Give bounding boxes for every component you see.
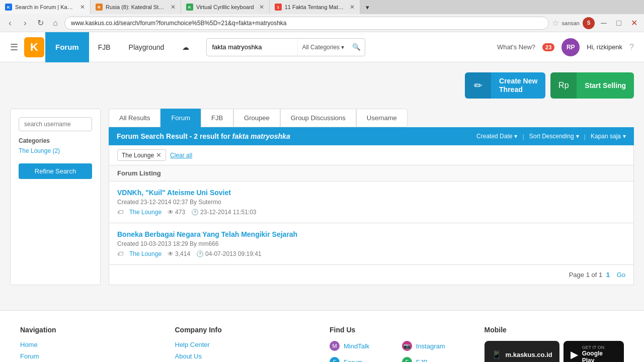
bookmark-icon[interactable]: ☆ [552, 18, 559, 28]
footer-findus-title: Find Us [330, 326, 469, 334]
app-buttons: 📱 m.kaskus.co.id ▶ GET IT ON Google Play… [485, 341, 624, 362]
left-panel: Categories The Lounge (2) Refine Search [10, 109, 101, 285]
playground-nav-link[interactable]: Playground [120, 32, 174, 62]
tab-fakta[interactable]: 1 11 Fakta Tentang Matryos... ✕ [270, 0, 360, 14]
address-input[interactable] [64, 17, 549, 30]
forum-result-item-2: Boneka Berbagai Negara Yang Telah Mengik… [109, 223, 634, 265]
footer-navigation-col: Navigation Home Forum Jual Beli Groupee … [20, 326, 160, 362]
search-input[interactable] [207, 43, 297, 51]
tab-close-fakta[interactable]: ✕ [350, 4, 355, 11]
profile-icon[interactable]: S [583, 17, 595, 29]
minimize-button[interactable]: ─ [598, 17, 610, 29]
fjb-nav-link[interactable]: FJB [89, 32, 120, 62]
eye-icon-2: 👁 [168, 250, 174, 257]
social-link-instagram[interactable]: 📷 Instagram [402, 341, 469, 351]
control-separator-2: | [584, 133, 586, 140]
clear-all-link[interactable]: Clear all [170, 152, 192, 159]
header-right: What's New? 23 RP Hi, rizkipenk ? [497, 38, 634, 56]
tab-expand[interactable]: ▾ [360, 0, 375, 14]
tag-icon-1: 🏷 [117, 209, 123, 216]
footer-link-aboutus[interactable]: About Us [175, 352, 315, 360]
app-row-1: 📱 m.kaskus.co.id ▶ GET IT ON Google Play [485, 341, 624, 362]
search-tabs: All Results Forum FJB Groupee Group Disc… [109, 109, 634, 127]
filter-tags: The Lounge ✕ Clear all [109, 145, 634, 165]
result-tag-lounge-1[interactable]: The Lounge [129, 209, 162, 216]
sort-created-date-button[interactable]: Created Date ▾ [476, 133, 517, 140]
footer: Navigation Home Forum Jual Beli Groupee … [0, 310, 644, 362]
tag-icon-2: 🏷 [117, 250, 123, 257]
go-link[interactable]: Go [617, 271, 625, 279]
forward-button[interactable]: › [19, 17, 31, 29]
tab-username[interactable]: Username [356, 109, 408, 127]
result-meta-1: Created 23-12-2014 02:37 By Sutermo [117, 199, 625, 206]
forum-listing-title: Forum Listing [117, 169, 161, 177]
home-button[interactable]: ⌂ [49, 17, 61, 29]
result-title-1[interactable]: VDNKh, "Kuil" Ateisme Uni Soviet [117, 189, 625, 197]
social-link-forum[interactable]: F Forum [330, 357, 397, 362]
notification-badge[interactable]: 23 [542, 43, 554, 51]
footer-link-forum[interactable]: Forum [20, 352, 160, 360]
reload-button[interactable]: ↻ [34, 17, 46, 29]
result-tag-lounge-2[interactable]: The Lounge [129, 250, 162, 257]
cloud-nav-link[interactable]: ☁ [173, 32, 198, 62]
maximize-button[interactable]: □ [613, 17, 625, 29]
back-button[interactable]: ‹ [4, 17, 16, 29]
forum-result-item-1: VDNKh, "Kuil" Ateisme Uni Soviet Created… [109, 182, 634, 223]
social-link-fjb[interactable]: F FJB [402, 357, 469, 362]
right-panel: All Results Forum FJB Groupee Group Disc… [109, 109, 634, 285]
tab-rusia[interactable]: R Rusia (8): Katedral St.Basi... ✕ [91, 0, 181, 14]
social-label-fjb: FJB [416, 358, 428, 363]
filter-tag-close-icon[interactable]: ✕ [156, 151, 162, 159]
forum-nav-button[interactable]: Forum [45, 32, 89, 62]
mobile-site-button[interactable]: 📱 m.kaskus.co.id [485, 341, 559, 362]
tab-close-keyboard[interactable]: ✕ [259, 4, 264, 11]
create-thread-button[interactable]: ✏ Create NewThread [465, 72, 545, 99]
tab-forum[interactable]: Forum [160, 109, 201, 127]
user-greeting[interactable]: Hi, rizkipenk [587, 43, 622, 51]
page-num-link[interactable]: 1 [606, 271, 610, 279]
clock-icon-2: 🕐 [196, 250, 204, 257]
googleplay-text: GET IT ON Google Play [582, 345, 617, 362]
tab-keyboard[interactable]: K Virtual Cyrillic keyboard ✕ [181, 0, 270, 14]
tab-favicon-keyboard: K [186, 4, 193, 11]
tab-group-discussions[interactable]: Group Discussions [280, 109, 356, 127]
result-time-2: 🕐 04-07-2013 09:19:41 [196, 250, 261, 257]
filter-tag-label: The Lounge [122, 152, 154, 159]
close-button[interactable]: ✕ [628, 17, 640, 29]
footer-social-grid: M MindTalk 📷 Instagram F Forum F FJB f [330, 341, 469, 362]
whats-new-link[interactable]: What's New? [497, 43, 535, 51]
help-icon[interactable]: ? [629, 43, 634, 52]
refine-search-button[interactable]: Refine Search [19, 163, 92, 179]
results-header: Forum Search Result - 2 result for fakta… [109, 127, 634, 145]
clock-icon-1: 🕐 [191, 209, 199, 216]
mindtalk-icon: M [330, 341, 340, 351]
hamburger-menu-icon[interactable]: ☰ [10, 42, 18, 53]
social-label-forum: Forum [344, 358, 363, 363]
start-selling-button[interactable]: Rp Start Selling [550, 72, 634, 99]
tab-search[interactable]: K Search in Forum | Kaskus ✕ [0, 0, 91, 14]
tab-close-rusia[interactable]: ✕ [171, 4, 176, 11]
search-username-input[interactable] [19, 117, 92, 131]
result-title-2[interactable]: Boneka Berbagai Negara Yang Telah Mengik… [117, 230, 625, 238]
kaskus-logo[interactable]: K [24, 37, 44, 57]
tab-groupee[interactable]: Groupee [233, 109, 280, 127]
tab-label-rusia: Rusia (8): Katedral St.Basi... [106, 4, 166, 10]
result-views-1: 👁 473 [168, 209, 185, 216]
tab-close-search[interactable]: ✕ [80, 4, 85, 11]
search-category-button[interactable]: All Categories ▾ [297, 39, 348, 56]
category-lounge-link[interactable]: The Lounge (2) [19, 147, 92, 154]
forum-nav-label: Forum [55, 43, 79, 51]
social-link-mindtalk[interactable]: M MindTalk [330, 341, 397, 351]
user-avatar[interactable]: RP [561, 38, 580, 56]
footer-link-helpcenter[interactable]: Help Center [175, 341, 315, 348]
footer-link-home[interactable]: Home [20, 341, 160, 348]
tab-favicon-kaskus: K [5, 4, 12, 11]
search-section: Categories The Lounge (2) Refine Search … [10, 109, 634, 285]
search-submit-button[interactable]: 🔍 [348, 43, 365, 51]
sort-descending-button[interactable]: Sort Descending ▾ [529, 133, 579, 140]
kapan-saja-button[interactable]: Kapan saja ▾ [591, 133, 626, 140]
tab-all-results[interactable]: All Results [109, 109, 160, 127]
google-play-button[interactable]: ▶ GET IT ON Google Play [564, 341, 624, 362]
results-title-text: Forum Search Result [117, 132, 188, 140]
tab-fjb[interactable]: FJB [201, 109, 233, 127]
